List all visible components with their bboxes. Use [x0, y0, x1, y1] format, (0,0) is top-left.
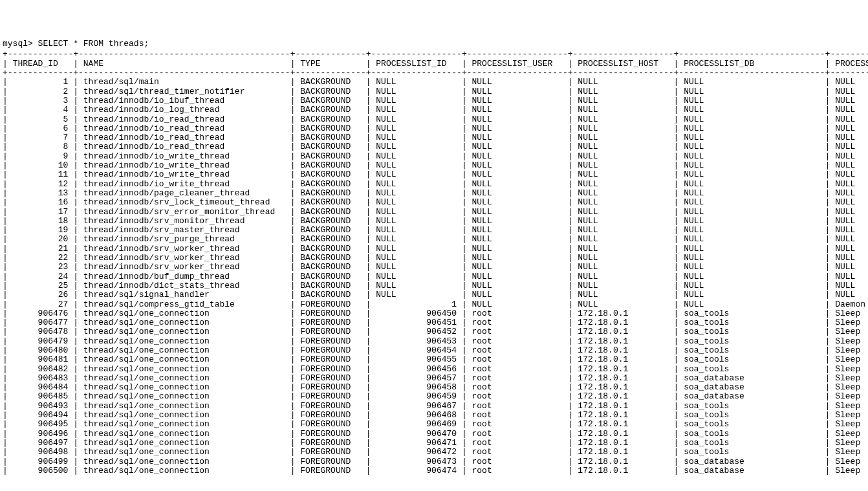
table-row: | 25 | thread/innodb/dict_stats_thread |… — [3, 281, 868, 290]
table-row: | 8 | thread/innodb/io_read_thread | BAC… — [3, 142, 868, 151]
table-row: | 23 | thread/innodb/srv_worker_thread |… — [3, 263, 868, 272]
table-row: | 906483 | thread/sql/one_connection | F… — [3, 374, 868, 383]
table-row: | 22 | thread/innodb/srv_worker_thread |… — [3, 254, 868, 263]
table-row: | 11 | thread/innodb/io_write_thread | B… — [3, 170, 868, 179]
table-row: | 906476 | thread/sql/one_connection | F… — [3, 309, 868, 318]
table-row: | 17 | thread/innodb/srv_error_monitor_t… — [3, 208, 868, 217]
table-separator: +-------------+-------------------------… — [3, 50, 868, 59]
table-row: | 18 | thread/innodb/srv_monitor_thread … — [3, 217, 868, 226]
table-row: | 906480 | thread/sql/one_connection | F… — [3, 346, 868, 355]
table-row: | 2 | thread/sql/thread_timer_notifier |… — [3, 87, 868, 96]
table-row: | 12 | thread/innodb/io_write_thread | B… — [3, 180, 868, 189]
table-row: | 906485 | thread/sql/one_connection | F… — [3, 392, 868, 401]
table-row: | 906498 | thread/sql/one_connection | F… — [3, 448, 868, 457]
table-row: | 13 | thread/innodb/page_cleaner_thread… — [3, 189, 868, 198]
table-header: | THREAD_ID | NAME | TYPE | PROCESSLIST_… — [3, 60, 868, 69]
table-row: | 906496 | thread/sql/one_connection | F… — [3, 430, 868, 439]
table-row: | 906481 | thread/sql/one_connection | F… — [3, 355, 868, 364]
table-row: | 906477 | thread/sql/one_connection | F… — [3, 318, 868, 327]
table-row: | 10 | thread/innodb/io_write_thread | B… — [3, 161, 868, 170]
table-row: | 1 | thread/sql/main | BACKGROUND | NUL… — [3, 78, 868, 87]
table-row: | 906500 | thread/sql/one_connection | F… — [3, 466, 868, 475]
table-row: | 7 | thread/innodb/io_read_thread | BAC… — [3, 133, 868, 142]
table-row: | 20 | thread/innodb/srv_purge_thread | … — [3, 235, 868, 244]
table-row: | 21 | thread/innodb/srv_worker_thread |… — [3, 245, 868, 254]
table-row: | 906497 | thread/sql/one_connection | F… — [3, 439, 868, 448]
table-separator: +-------------+-------------------------… — [3, 69, 868, 78]
table-row: | 19 | thread/innodb/srv_master_thread |… — [3, 226, 868, 235]
table-row: | 9 | thread/innodb/io_write_thread | BA… — [3, 152, 868, 161]
table-row: | 27 | thread/sql/compress_gtid_table | … — [3, 300, 868, 309]
table-row: | 906493 | thread/sql/one_connection | F… — [3, 402, 868, 411]
table-row: | 906479 | thread/sql/one_connection | F… — [3, 337, 868, 346]
table-row: | 4 | thread/innodb/io_log_thread | BACK… — [3, 105, 868, 115]
mysql-prompt: mysql> SELECT * FROM threads; — [3, 39, 868, 49]
table-row: | 16 | thread/innodb/srv_lock_timeout_th… — [3, 198, 868, 207]
table-row: | 24 | thread/innodb/buf_dump_thread | B… — [3, 272, 868, 281]
table-row: | 5 | thread/innodb/io_read_thread | BAC… — [3, 115, 868, 124]
table-row: | 906484 | thread/sql/one_connection | F… — [3, 383, 868, 392]
table-row: | 906482 | thread/sql/one_connection | F… — [3, 365, 868, 374]
table-row: | 26 | thread/sql/signal_handler | BACKG… — [3, 290, 868, 300]
table-row: | 906499 | thread/sql/one_connection | F… — [3, 457, 868, 466]
table-row: | 6 | thread/innodb/io_read_thread | BAC… — [3, 124, 868, 133]
table-row: | 906494 | thread/sql/one_connection | F… — [3, 411, 868, 420]
table-row: | 906478 | thread/sql/one_connection | F… — [3, 327, 868, 336]
table-row: | 3 | thread/innodb/io_ibuf_thread | BAC… — [3, 96, 868, 105]
mysql-terminal-output[interactable]: mysql> SELECT * FROM threads;+----------… — [3, 39, 868, 475]
table-row: | 906495 | thread/sql/one_connection | F… — [3, 420, 868, 429]
